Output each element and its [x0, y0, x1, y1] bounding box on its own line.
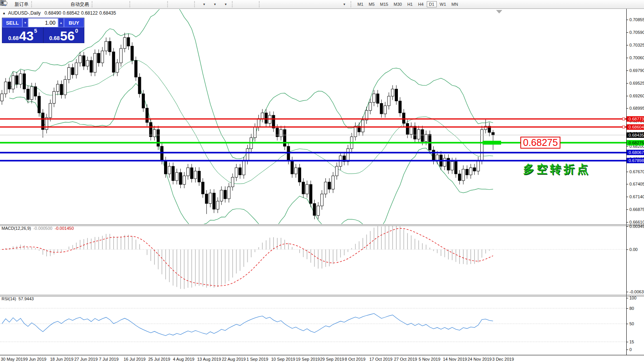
candle: [414, 126, 416, 139]
buy-price-big: 56: [60, 30, 75, 42]
candle: [172, 166, 174, 181]
date-label: 17 Oct 2019: [369, 357, 392, 361]
scale-tick: [627, 342, 628, 342]
candle: [1, 94, 3, 101]
candle: [146, 108, 148, 122]
rsi-label: RSI(14): [2, 296, 16, 301]
candle: [436, 155, 439, 161]
candle: [142, 94, 145, 108]
date-label: 19 Sep 2019: [296, 357, 320, 361]
candle: [228, 187, 230, 199]
ohlc-low: 0.68122: [81, 10, 97, 16]
horizontal-line-object[interactable]: [0, 126, 626, 127]
candle: [443, 158, 446, 166]
candle: [82, 56, 85, 66]
candle: [369, 102, 372, 110]
candle: [149, 122, 152, 137]
candle: [15, 76, 18, 84]
candle: [12, 76, 15, 89]
symbol-collapse-icon[interactable]: ▲: [2, 11, 6, 15]
candle: [60, 84, 63, 95]
candle: [477, 161, 480, 171]
price-line-label: 0.68604: [627, 124, 644, 130]
candle: [384, 106, 387, 114]
candle: [276, 128, 278, 137]
scale-tick: [627, 308, 628, 309]
scale-tick-label: -0.00637: [629, 290, 644, 294]
scale-tick-label: 0.67405: [629, 182, 644, 186]
scale-tick-label: 0.66875: [629, 207, 644, 212]
price-line-label: 0.68773: [627, 116, 644, 122]
price-line-label: 0.68275: [627, 140, 644, 146]
candle: [109, 41, 111, 52]
candle: [161, 146, 163, 161]
candle: [335, 166, 338, 176]
chart-shift-marker[interactable]: [496, 10, 502, 13]
date-label: 4 Aug 2019: [173, 357, 195, 361]
candle: [283, 130, 286, 146]
date-label: 13 Aug 2019: [197, 357, 221, 361]
ohlc-close: 0.68435: [99, 10, 116, 16]
candle: [49, 104, 52, 118]
candle: [127, 38, 130, 46]
scale-tick: [627, 96, 628, 96]
sell-price[interactable]: 0.68 43 5: [2, 27, 43, 43]
scale-tick-label: 0.00: [629, 248, 637, 252]
candle: [38, 96, 40, 113]
buy-price-sup: 0: [75, 28, 78, 33]
candle: [235, 168, 238, 177]
price-line-label: 0.67898: [627, 158, 644, 163]
candle: [257, 119, 260, 127]
volume-decrease-button[interactable]: ▼: [22, 18, 28, 27]
buy-price[interactable]: 0.68 56 0: [44, 27, 84, 43]
candle: [8, 82, 11, 89]
candle: [23, 74, 26, 89]
volume-increase-button[interactable]: ▲: [58, 18, 64, 27]
price-callout-text[interactable]: 0.68275: [520, 137, 560, 149]
candle: [421, 130, 424, 142]
cn-annotation-text[interactable]: 多空转折点: [523, 162, 590, 177]
buy-price-prefix: 0.68: [49, 35, 60, 42]
date-label: 29 Sep 2019: [320, 357, 344, 361]
candle: [90, 60, 92, 72]
candle: [116, 63, 119, 72]
sell-button[interactable]: SELL: [2, 18, 22, 27]
candle: [131, 46, 134, 60]
candle: [190, 168, 193, 179]
candle: [417, 130, 420, 139]
candle: [134, 60, 137, 77]
candle: [473, 168, 476, 171]
candle: [406, 124, 409, 135]
candle: [280, 130, 282, 137]
candle: [86, 60, 89, 66]
candle: [53, 92, 55, 104]
date-label: 5 Nov 2019: [419, 357, 440, 361]
candle: [302, 182, 305, 194]
horizontal-line-object[interactable]: [0, 119, 626, 120]
scale-tick: [627, 172, 628, 172]
scale-tick-label: 0.67140: [629, 195, 644, 199]
candle: [120, 49, 122, 63]
buy-button[interactable]: BUY: [64, 18, 84, 27]
scale-tick: [627, 226, 628, 227]
candle: [328, 182, 331, 189]
candle: [347, 149, 349, 162]
scale-tick-label: 0.70325: [629, 43, 644, 47]
horizontal-line-object[interactable]: [0, 152, 626, 154]
scale-tick: [627, 350, 628, 350]
scale-tick: [627, 292, 628, 292]
candle: [239, 168, 242, 175]
candle: [320, 194, 323, 206]
scale-tick-label: 0: [629, 348, 632, 352]
volume-input[interactable]: 1.00: [28, 18, 58, 27]
candle: [265, 113, 267, 123]
candle: [470, 168, 472, 175]
scale-tick-label: 0.70855: [629, 18, 644, 22]
horizontal-line-object[interactable]: [0, 160, 626, 161]
date-label: 27 Oct 2019: [394, 357, 417, 361]
candle: [27, 89, 29, 99]
scale-tick-label: 0.68995: [629, 106, 644, 110]
candle: [454, 162, 457, 174]
horizontal-line-selection[interactable]: [483, 141, 501, 145]
candle: [168, 166, 171, 174]
